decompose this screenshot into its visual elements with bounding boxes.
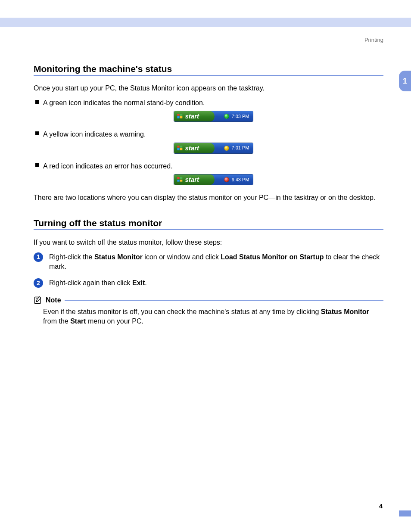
system-tray: 6:43 PM [211, 174, 253, 185]
bullet-text: A yellow icon indicates a warning. [43, 131, 146, 138]
status-icon-yellow [224, 146, 229, 151]
start-button: start [174, 174, 211, 185]
taskbar: start 7:01 PM [174, 143, 253, 154]
note-label: Note [46, 296, 61, 304]
svg-rect-0 [177, 114, 179, 116]
section2-intro: If you want to switch off the status mon… [34, 238, 383, 247]
bullet-red: A red icon indicates an error has occurr… [34, 162, 383, 186]
start-label: start [185, 144, 199, 152]
t: menu on your PC. [86, 317, 143, 325]
svg-rect-1 [180, 114, 182, 116]
windows-flag-icon [177, 113, 184, 120]
bullet-yellow: A yellow icon indicates a warning. start… [34, 130, 383, 154]
step-number-badge: 2 [34, 278, 43, 288]
t: icon or window and click [143, 253, 221, 261]
chapter-side-tab: 1 [399, 71, 411, 91]
windows-flag-icon [177, 176, 184, 183]
section1-intro: Once you start up your PC, the Status Mo… [34, 84, 383, 93]
square-bullet-icon [35, 131, 39, 135]
t: Right-click the [49, 253, 94, 261]
svg-rect-2 [177, 116, 179, 118]
step-1: 1 Right-click the Status Monitor icon or… [34, 252, 383, 272]
t: . [145, 279, 146, 286]
t: Start [70, 317, 86, 325]
taskbar-figure-red: start 6:43 PM [43, 174, 383, 185]
taskbar: start 7:03 PM [174, 111, 253, 122]
svg-rect-8 [177, 177, 179, 179]
note-rule [65, 300, 383, 301]
status-icon-green [224, 114, 229, 119]
tray-time: 7:01 PM [232, 145, 249, 151]
t: Even if the status monitor is off, you c… [43, 308, 321, 315]
system-tray: 7:03 PM [211, 111, 253, 121]
bullet-text: A green icon indicates the normal stand-… [43, 99, 205, 106]
step-2: 2 Right-click again then click Exit. [34, 278, 383, 288]
taskbar-figure-yellow: start 7:01 PM [43, 143, 383, 154]
t: Status Monitor [94, 253, 143, 261]
t: Status Monitor [321, 308, 369, 315]
step-text: Right-click again then click Exit. [49, 279, 147, 286]
section1-outro: There are two locations where you can di… [34, 193, 383, 202]
square-bullet-icon [35, 100, 39, 104]
heading-rule [34, 229, 383, 230]
top-band [0, 18, 411, 27]
running-header: Printing [34, 37, 383, 43]
section-heading-turning-off: Turning off the status monitor [34, 218, 383, 228]
section-heading-monitoring: Monitoring the machine's status [34, 64, 383, 74]
svg-rect-4 [177, 146, 179, 148]
svg-rect-9 [180, 177, 182, 179]
windows-flag-icon [177, 145, 184, 152]
note-end-rule [34, 331, 383, 331]
heading-rule [34, 75, 383, 76]
status-icon-red [224, 177, 229, 182]
bullet-green: A green icon indicates the normal stand-… [34, 98, 383, 122]
footer-stripe [399, 510, 411, 516]
start-label: start [185, 175, 199, 184]
svg-rect-6 [177, 148, 179, 150]
t: Load Status Monitor on Startup [221, 253, 324, 261]
square-bullet-icon [35, 163, 39, 167]
start-button: start [174, 111, 211, 121]
note-header: Note [34, 296, 383, 305]
bullet-text: A red icon indicates an error has occurr… [43, 162, 173, 170]
svg-rect-3 [180, 116, 182, 118]
t: Exit [132, 279, 145, 286]
t: Right-click again then click [49, 279, 132, 286]
taskbar-figure-green: start 7:03 PM [43, 111, 383, 122]
page-number: 4 [379, 502, 383, 510]
svg-rect-7 [180, 148, 182, 150]
svg-rect-5 [180, 146, 182, 148]
start-button: start [174, 143, 211, 153]
page-content: Printing Monitoring the machine's status… [34, 37, 383, 331]
tray-time: 6:43 PM [232, 177, 249, 183]
system-tray: 7:01 PM [211, 143, 253, 153]
chapter-number: 1 [403, 77, 407, 86]
start-label: start [185, 112, 199, 121]
svg-rect-11 [180, 180, 182, 182]
step-text: Right-click the Status Monitor icon or w… [49, 253, 380, 270]
taskbar: start 6:43 PM [174, 174, 253, 185]
note-body: Even if the status monitor is off, you c… [34, 305, 383, 331]
steps-list: 1 Right-click the Status Monitor icon or… [34, 252, 383, 288]
status-bullet-list: A green icon indicates the normal stand-… [34, 98, 383, 186]
svg-rect-10 [177, 180, 179, 182]
note-pencil-icon [34, 296, 42, 305]
step-number-badge: 1 [34, 252, 43, 262]
tray-time: 7:03 PM [232, 113, 249, 120]
t: from the [43, 317, 70, 325]
